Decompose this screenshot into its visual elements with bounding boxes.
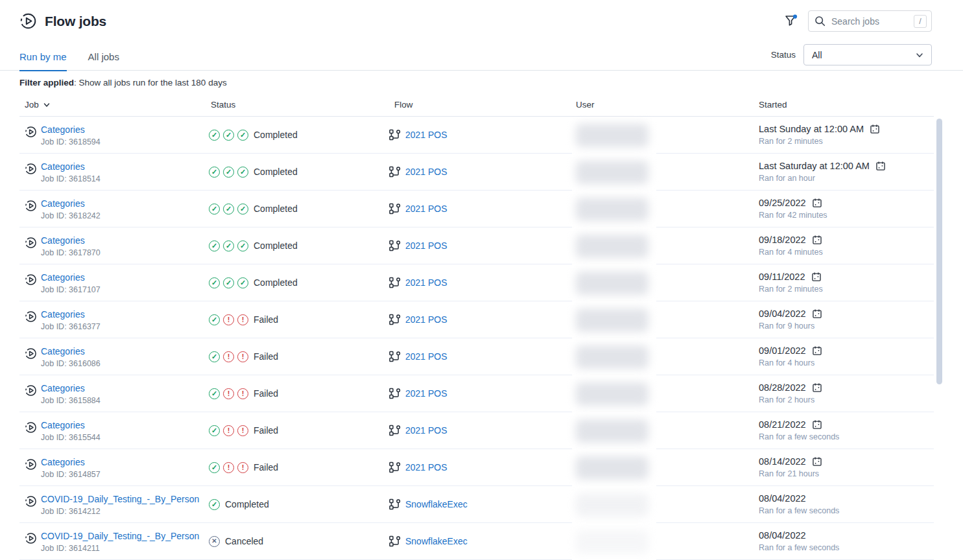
flow-icon xyxy=(389,166,401,178)
job-link[interactable]: COVID-19_Daily_Testing_-_By_Person xyxy=(41,494,199,504)
flow-cell: SnowflakeExec xyxy=(389,535,572,547)
started-cell: 09/18/2022 Ran for 4 minutes xyxy=(759,235,934,257)
flow-link[interactable]: 2021 POS xyxy=(405,167,447,177)
flow-icon xyxy=(389,461,401,473)
status-cell: ✓✓✓ Completed xyxy=(209,204,389,215)
started-date: 09/01/2022 xyxy=(759,345,806,356)
column-header-job[interactable]: Job xyxy=(19,100,209,110)
calendar-icon xyxy=(870,124,880,134)
status-completed-icon: ✓ xyxy=(209,425,220,436)
job-link[interactable]: Categories xyxy=(41,161,85,172)
job-link[interactable]: Categories xyxy=(41,457,85,467)
flow-icon xyxy=(389,388,401,399)
job-id: Job ID: 3614212 xyxy=(41,507,199,516)
status-completed-icon: ✓ xyxy=(209,462,220,473)
table-row: Categories Job ID: 3617107 ✓✓✓ Completed xyxy=(19,264,934,301)
job-text: Categories Job ID: 3615884 xyxy=(41,382,101,405)
column-header-flow[interactable]: Flow xyxy=(389,100,572,110)
filter-button[interactable] xyxy=(783,13,799,29)
job-link[interactable]: Categories xyxy=(41,346,85,356)
status-failed-icon: ! xyxy=(223,351,234,362)
table-row: Categories Job ID: 3617870 ✓✓✓ Completed xyxy=(19,228,934,264)
status-cell: ✕ Canceled xyxy=(209,536,389,547)
vertical-scrollbar-thumb[interactable] xyxy=(936,119,942,384)
job-text: Categories Job ID: 3617107 xyxy=(41,272,101,294)
search-icon xyxy=(814,16,826,27)
tab-all-jobs[interactable]: All jobs xyxy=(88,51,119,70)
job-cell: Categories Job ID: 3615544 xyxy=(19,419,209,442)
tab-run-by-me[interactable]: Run by me xyxy=(19,51,67,70)
status-icons: ✓✓✓ xyxy=(209,240,248,251)
flow-link[interactable]: 2021 POS xyxy=(405,130,447,140)
status-icons: ✓✓✓ xyxy=(209,204,248,215)
job-link[interactable]: Categories xyxy=(41,235,85,246)
run-duration: Ran for 2 hours xyxy=(759,395,934,404)
status-completed-icon: ✓ xyxy=(237,204,248,215)
flow-cell: 2021 POS xyxy=(389,129,572,141)
status-icons: ✓!! xyxy=(209,351,248,362)
job-text: Categories Job ID: 3614857 xyxy=(41,456,101,479)
flow-cell: 2021 POS xyxy=(389,461,572,473)
column-header-user[interactable]: User xyxy=(572,100,759,110)
flow-cell: SnowflakeExec xyxy=(389,498,572,510)
column-header-started[interactable]: Started xyxy=(759,100,934,110)
flow-link[interactable]: 2021 POS xyxy=(405,277,447,288)
status-filter-label: Status xyxy=(771,50,796,60)
flow-run-icon xyxy=(25,495,37,508)
status-dropdown-value: All xyxy=(812,50,822,60)
run-duration: Ran for 9 hours xyxy=(759,321,934,331)
flow-link[interactable]: 2021 POS xyxy=(405,388,447,399)
job-cell: COVID-19_Daily_Testing_-_By_Person Job I… xyxy=(19,493,209,516)
job-text: Categories Job ID: 3618242 xyxy=(41,198,101,220)
flow-link[interactable]: 2021 POS xyxy=(405,462,447,472)
user-redacted xyxy=(572,523,656,560)
job-link[interactable]: Categories xyxy=(41,124,85,135)
started-date: 08/04/2022 xyxy=(759,530,806,541)
status-label: Failed xyxy=(254,351,278,362)
job-link[interactable]: Categories xyxy=(41,383,85,393)
flow-link[interactable]: 2021 POS xyxy=(405,204,447,214)
started-date: 09/04/2022 xyxy=(759,309,806,319)
user-redacted-blob xyxy=(576,493,648,517)
column-header-status[interactable]: Status xyxy=(209,100,389,110)
user-redacted xyxy=(572,154,656,191)
flow-link[interactable]: 2021 POS xyxy=(405,314,447,325)
user-redacted xyxy=(572,228,656,264)
job-link[interactable]: COVID-19_Daily_Testing_-_By_Person xyxy=(41,531,199,541)
flow-cell: 2021 POS xyxy=(389,351,572,362)
status-cell: ✓!! Failed xyxy=(209,351,389,362)
status-cell: ✓✓✓ Completed xyxy=(209,240,389,251)
flow-cell: 2021 POS xyxy=(389,166,572,178)
job-link[interactable]: Categories xyxy=(41,198,85,209)
job-link[interactable]: Categories xyxy=(41,309,85,320)
flow-run-icon xyxy=(25,163,37,175)
flow-link[interactable]: 2021 POS xyxy=(405,240,447,251)
job-link[interactable]: Categories xyxy=(41,272,85,283)
started-cell: 09/11/2022 Ran for 2 minutes xyxy=(759,272,934,294)
search-box[interactable]: / xyxy=(808,10,932,32)
status-failed-icon: ! xyxy=(223,388,234,399)
run-duration: Ran for 21 hours xyxy=(759,469,934,478)
started-cell: 09/04/2022 Ran for 9 hours xyxy=(759,309,934,331)
table-row: Categories Job ID: 3615884 ✓!! Failed xyxy=(19,375,934,412)
flow-link[interactable]: 2021 POS xyxy=(405,351,447,362)
started-cell: 08/04/2022 Ran for a few seconds xyxy=(759,493,934,515)
run-duration: Ran for 4 minutes xyxy=(759,248,934,257)
status-icons: ✓✓✓ xyxy=(209,130,248,141)
user-redacted-blob xyxy=(576,198,648,221)
started-cell: 09/25/2022 Ran for 42 minutes xyxy=(759,198,934,220)
status-icons: ✓!! xyxy=(209,314,248,325)
flow-link[interactable]: SnowflakeExec xyxy=(405,536,468,546)
status-canceled-icon: ✕ xyxy=(209,536,220,547)
table-row: Categories Job ID: 3614857 ✓!! Failed xyxy=(19,449,934,486)
flow-link[interactable]: SnowflakeExec xyxy=(405,499,468,509)
job-link[interactable]: Categories xyxy=(41,420,85,430)
user-redacted xyxy=(572,375,656,412)
status-dropdown[interactable]: All xyxy=(803,44,932,65)
status-cell: ✓!! Failed xyxy=(209,425,389,436)
flow-link[interactable]: 2021 POS xyxy=(405,425,447,436)
flow-run-icon xyxy=(25,347,37,360)
search-input[interactable] xyxy=(830,16,909,27)
status-failed-icon: ! xyxy=(237,388,248,399)
flow-jobs-page: Flow jobs / Run by me All jobs Sta xyxy=(0,0,963,560)
